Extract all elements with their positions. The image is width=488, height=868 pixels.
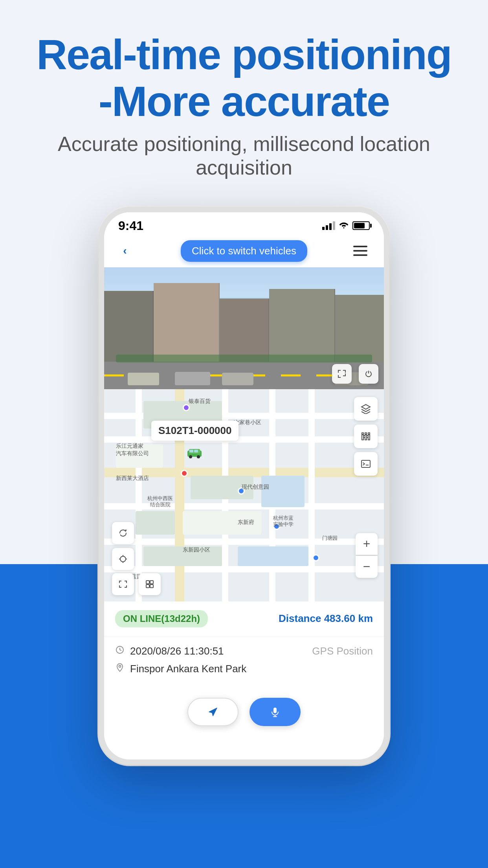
map-controls-right [354,397,378,476]
building-5 [335,295,384,362]
zoom-out-button[interactable]: − [356,556,378,578]
car-2 [175,372,210,385]
status-icons [322,221,370,231]
distance-value: 483.60 [324,612,356,624]
clock-icon [115,645,125,657]
svg-rect-24 [146,581,149,584]
poi-label-3: 现代创意园 [242,484,269,491]
zoom-controls: + − [356,533,378,578]
zoom-in-button[interactable]: + [356,533,378,555]
map-road-v5 [308,389,315,601]
nav-bar: ‹ Click to switch vehicles [104,236,384,267]
svg-point-4 [197,455,200,458]
car-3 [222,373,253,385]
building-1 [104,291,154,362]
vehicle-label: S102T1-000000 [151,421,238,441]
svg-rect-11 [365,433,367,435]
building-3 [220,299,269,362]
gps-position-label: GPS Position [312,645,373,657]
microphone-button[interactable] [250,698,301,726]
terminal-button[interactable] [354,452,378,476]
switch-vehicles-button[interactable]: Click to switch vehicles [181,240,307,262]
trees-row [116,355,372,362]
svg-rect-12 [368,433,370,435]
map-road-h2 [104,436,384,443]
poi-dot-3 [181,470,188,477]
battery-icon [352,221,370,230]
power-icon[interactable] [359,364,378,384]
wifi-icon [339,221,349,231]
status-time: 9:41 [118,219,143,233]
fence-button[interactable] [354,425,378,448]
svg-rect-8 [365,434,367,440]
map-block-8 [238,546,308,566]
map-road-h6 [104,566,384,572]
poi-label-7: 东新府 [238,519,254,526]
datetime-row: 2020/08/26 11:30:51 GPS Position [115,645,373,657]
svg-rect-7 [362,434,363,440]
svg-rect-30 [273,708,277,713]
svg-point-29 [119,665,121,667]
action-buttons [104,689,384,738]
poi-dot-1 [183,404,190,411]
address-text: Finspor Ankara Kent Park [130,663,246,675]
svg-rect-10 [362,433,363,435]
menu-line-3 [353,254,367,256]
svg-point-0 [343,227,345,228]
poi-dot-6 [312,554,319,561]
info-bar: ON LINE(13d22h) Distance 483.60 km [104,601,384,636]
poi-label-1: 银泰百货 [189,398,211,405]
svg-point-19 [120,556,126,562]
svg-rect-17 [361,460,370,467]
location-info: 2020/08/26 11:30:51 GPS Position Finspor… [104,636,384,689]
status-bar: 9:41 [104,212,384,236]
poi-label-6: 杭州中西医结合医院 [147,495,173,509]
frame-2-button[interactable] [139,573,161,595]
address-row: Finspor Ankara Kent Park [115,663,373,675]
svg-rect-25 [150,581,153,584]
refresh-button[interactable] [112,522,134,544]
map-block-4 [261,476,305,507]
frame-1-button[interactable] [112,573,134,595]
navigate-button[interactable] [187,698,238,726]
online-status-badge: ON LINE(13d22h) [115,610,208,627]
menu-line-1 [353,246,367,247]
poi-label-4: 乐江元通家汽车有限公司 [116,442,149,458]
buildings [104,283,384,362]
battery-fill [354,223,365,228]
back-button[interactable]: ‹ [115,241,135,261]
svg-rect-6 [194,450,198,452]
poi-label-9: 东新园小区 [183,546,210,554]
menu-line-2 [353,250,367,252]
svg-rect-9 [368,434,370,440]
svg-rect-26 [146,585,149,588]
location-pin-icon [115,663,125,675]
car-icon [186,447,203,458]
layers-button[interactable] [354,397,378,421]
poi-label-5: 新西莱大酒店 [116,475,149,482]
menu-button[interactable] [353,241,373,261]
poi-label-10: 门塘园 [322,535,338,542]
signal-bars-icon [322,221,335,230]
frame-buttons [112,573,161,595]
map-road-v1 [136,389,142,601]
svg-point-3 [189,455,192,458]
poi-label-8: 杭州市蓝实验中学 [273,515,294,528]
map-block-5 [136,511,175,535]
street-view-controls [332,364,378,384]
street-view [104,267,384,389]
map-road-h4 [104,503,384,509]
crosshair-button[interactable] [112,548,134,570]
svg-rect-5 [189,450,193,452]
phone-mockup: 9:41 ‹ Click to switc [99,207,389,765]
building-4 [269,289,335,362]
phone-wrapper: 9:41 ‹ Click to switc [99,207,389,765]
main-title: Real-time positioning [24,31,464,78]
distance-info: Distance 483.60 km [279,612,373,625]
map-controls-left [112,522,134,570]
description: Accurate positioning, millisecond locati… [24,132,464,179]
sub-title: -More accurate [24,78,464,125]
svg-rect-27 [150,585,153,588]
expand-icon[interactable] [332,364,352,384]
header-section: Real-time positioning -More accurate Acc… [0,0,488,195]
